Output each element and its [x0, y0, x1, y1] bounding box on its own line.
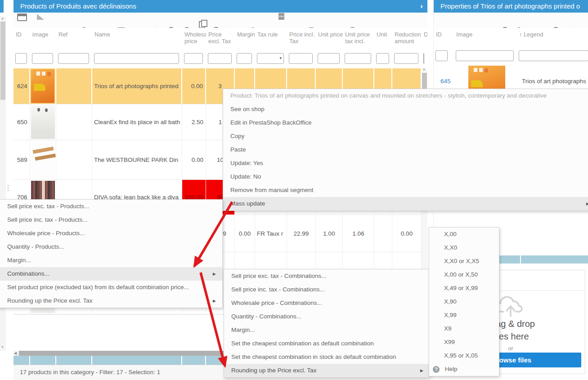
submenu-item[interactable]: ? Help [429, 362, 499, 376]
filter-input[interactable] [32, 53, 53, 64]
submenu-item[interactable]: X,00 or X,50 [429, 268, 499, 282]
column-header[interactable]: image [30, 28, 56, 49]
column-header[interactable]: ↑ Legend [517, 28, 588, 49]
submenu-arrow-icon: ▶ [586, 197, 588, 210]
column-header[interactable]: Ref [56, 28, 92, 49]
submenu-item[interactable]: Wholesale price - Combinations... [224, 296, 430, 310]
submenu-arrow-icon: ▶ [213, 267, 216, 281]
submenu-item[interactable]: Sell price exc. tax - Products... [0, 200, 222, 213]
column-header[interactable]: ID [13, 28, 30, 49]
submenu-item[interactable]: Wholesale price - Products... [0, 227, 222, 240]
column-header[interactable]: Margin [235, 28, 255, 49]
submenu-item[interactable]: X,X0 [429, 241, 499, 255]
submenu-item[interactable]: X9 [429, 322, 499, 335]
filter-input[interactable] [289, 53, 313, 64]
context-menu-item[interactable]: Mass update ▶ [223, 197, 588, 210]
column-header[interactable]: Price excl. Tax [206, 28, 235, 49]
column-header[interactable]: Unit [374, 28, 392, 49]
column-header[interactable]: Name [92, 28, 182, 49]
column-header[interactable]: Tax rule [255, 28, 287, 49]
submenu-item[interactable]: Margin... [0, 254, 222, 267]
combinations-submenu: Sell price exc. tax - Combinations... Se… [224, 269, 430, 378]
submenu-item[interactable]: X,00 [429, 228, 499, 241]
filter-cell [13, 49, 30, 68]
select-caret-icon: ▾ [279, 56, 282, 60]
context-menu-item[interactable]: Remove from manual segment [223, 183, 588, 197]
submenu-item[interactable]: X,X0 or X,X5 [429, 255, 499, 268]
collapsed-panel-header [0, 0, 4, 13]
context-menu-item[interactable]: Copy [223, 130, 588, 143]
summary-cell [30, 356, 56, 365]
filter-input[interactable] [184, 53, 203, 64]
submenu-item[interactable]: Set the cheapest combination in stock as… [224, 350, 430, 364]
column-header[interactable]: Wholesale price [182, 28, 206, 49]
scroll-up-icon[interactable]: ▲ [1, 17, 4, 20]
scroll-up-icon[interactable]: ▲ [422, 67, 426, 71]
submenu-arrow-icon: ▶ [213, 294, 216, 308]
scroll-down-icon[interactable]: ▼ [1, 345, 4, 349]
column-header[interactable]: D [422, 28, 427, 49]
submenu-item[interactable]: Combinations... ▶ [0, 267, 222, 281]
submenu-item[interactable]: Set product price (excluded tax) from it… [0, 281, 222, 294]
column-header[interactable]: Unit price [316, 28, 343, 49]
layout-icon[interactable] [17, 13, 27, 21]
cell-tax-rule: FR Taux r [255, 215, 287, 252]
filter-input[interactable] [15, 53, 27, 64]
context-menu-item[interactable]: See on shop [223, 103, 588, 116]
submenu-item[interactable]: Sell price exc. tax - Combinations... [224, 269, 430, 283]
filter-input[interactable] [519, 50, 588, 61]
filter-input[interactable]: ▾ [257, 53, 284, 64]
csv-export-icon[interactable]: csv [278, 13, 284, 20]
submenu-item[interactable]: Margin... [224, 323, 430, 337]
column-header[interactable]: Unit price tax incl. [343, 28, 374, 49]
submenu-item[interactable]: Quantity - Products... [0, 240, 222, 254]
product-thumbnail [31, 69, 54, 103]
column-header[interactable]: Reduction amount [392, 28, 422, 49]
filter-input[interactable] [435, 50, 448, 61]
status-text: 17 products in this category - Filter: 1… [20, 369, 160, 376]
submenu-item[interactable]: Rounding up the Price excl. Tax ▶ [224, 364, 430, 377]
summary-cell [92, 356, 182, 365]
panel-drag-handle-icon[interactable]: ⋮ [4, 183, 12, 192]
cell-image [30, 140, 56, 179]
submenu-item[interactable]: Rounding up the Price excl. Tax ▶ [0, 294, 222, 308]
cell-wholesale-price: 0.00 [182, 140, 206, 179]
filter-input[interactable] [376, 53, 389, 64]
column-header[interactable]: ID [434, 28, 454, 49]
edge-scrollbar-thumb[interactable] [0, 22, 5, 100]
filter-input[interactable] [318, 53, 340, 64]
context-menu-item[interactable]: Product: Trios of art photographs printe… [223, 89, 588, 103]
context-menu-item[interactable]: Edit in PrestaShop BackOffice [223, 116, 588, 130]
submenu-item[interactable]: Sell price inc. tax - Products... [0, 213, 222, 227]
filter-input[interactable] [423, 53, 424, 64]
prices-ruler-icon[interactable] [37, 14, 44, 20]
column-header[interactable]: Image [454, 28, 517, 49]
submenu-item[interactable]: X,95 or X,05 [429, 349, 499, 362]
filter-input[interactable] [208, 53, 232, 64]
submenu-item[interactable]: Set the cheapest combination as default … [224, 337, 430, 350]
products-panel-header: Products of Produits avec déclinaisons › [13, 0, 427, 13]
submenu-item[interactable]: Quantity - Combinations... [224, 310, 430, 323]
submenu-item[interactable]: X,49 or X,99 [429, 282, 499, 295]
context-menu-item[interactable]: Update: No [223, 170, 588, 183]
filter-input[interactable] [237, 53, 252, 64]
filter-cell [235, 49, 255, 68]
collapse-chevron-icon[interactable]: › [420, 0, 423, 12]
submenu-item[interactable]: X99 [429, 335, 499, 349]
column-header[interactable]: Price incl. Tax [287, 28, 316, 49]
scroll-left-icon[interactable]: ◀ [14, 351, 17, 355]
cell-unit [374, 215, 392, 252]
filter-input[interactable] [58, 53, 89, 64]
submenu-item[interactable]: X,99 [429, 308, 499, 322]
filter-input[interactable] [456, 50, 514, 61]
duplicate-icon[interactable] [199, 21, 205, 28]
context-menu-item[interactable]: Paste [223, 143, 588, 156]
context-menu-item[interactable]: Update: Yes [223, 156, 588, 170]
filter-cell [30, 49, 56, 68]
filter-input[interactable] [94, 53, 179, 64]
image-id-link[interactable]: 645 [440, 78, 451, 85]
filter-input[interactable] [394, 53, 418, 64]
submenu-item[interactable]: Sell price inc. tax - Combinations... [224, 283, 430, 296]
submenu-item[interactable]: X,90 [429, 295, 499, 308]
filter-input[interactable] [345, 53, 371, 64]
